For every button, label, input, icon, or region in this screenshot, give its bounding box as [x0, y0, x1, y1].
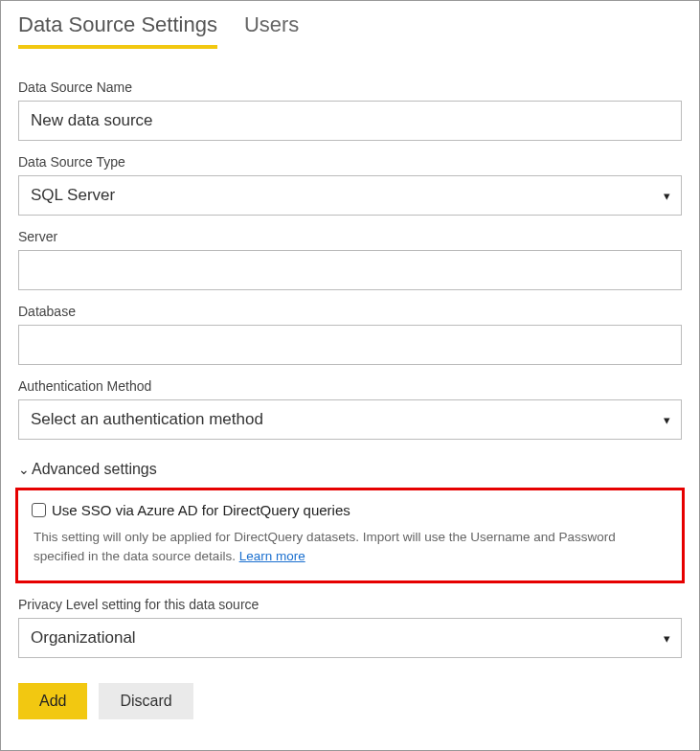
field-database: Database [18, 304, 682, 365]
field-data-source-type: Data Source Type SQL Server ▾ [18, 154, 682, 216]
database-label: Database [18, 304, 682, 319]
tab-bar: Data Source Settings Users [1, 1, 699, 49]
data-source-type-label: Data Source Type [18, 154, 682, 170]
data-source-name-label: Data Source Name [18, 80, 682, 95]
field-server: Server [18, 229, 682, 290]
sso-checkbox-row: Use SSO via Azure AD for DirectQuery que… [32, 502, 668, 518]
authentication-method-label: Authentication Method [18, 378, 682, 394]
sso-setting-highlight: Use SSO via Azure AD for DirectQuery que… [15, 488, 685, 583]
advanced-settings-label: Advanced settings [32, 461, 157, 478]
sso-help-text: This setting will only be applied for Di… [32, 528, 668, 567]
field-privacy-level: Privacy Level setting for this data sour… [18, 597, 682, 658]
data-source-form: Data Source Name Data Source Type SQL Se… [1, 49, 699, 737]
database-input[interactable] [18, 325, 682, 365]
advanced-settings-toggle[interactable]: ⌄ Advanced settings [18, 461, 682, 478]
chevron-down-icon: ⌄ [18, 462, 30, 477]
discard-button[interactable]: Discard [99, 683, 192, 719]
authentication-method-select[interactable]: Select an authentication method [18, 399, 682, 440]
tab-users[interactable]: Users [244, 12, 299, 49]
privacy-level-label: Privacy Level setting for this data sour… [18, 597, 682, 612]
sso-checkbox[interactable] [32, 503, 46, 517]
data-source-name-input[interactable] [18, 101, 682, 141]
add-button[interactable]: Add [18, 683, 87, 719]
data-source-type-select[interactable]: SQL Server [18, 175, 682, 216]
tab-data-source-settings[interactable]: Data Source Settings [18, 12, 217, 49]
server-label: Server [18, 229, 682, 244]
field-authentication-method: Authentication Method Select an authenti… [18, 378, 682, 440]
server-input[interactable] [18, 250, 682, 290]
form-buttons: Add Discard [18, 683, 682, 719]
field-data-source-name: Data Source Name [18, 80, 682, 141]
learn-more-link[interactable]: Learn more [239, 549, 305, 563]
privacy-level-select[interactable]: Organizational [18, 618, 682, 658]
sso-checkbox-label: Use SSO via Azure AD for DirectQuery que… [52, 502, 350, 518]
